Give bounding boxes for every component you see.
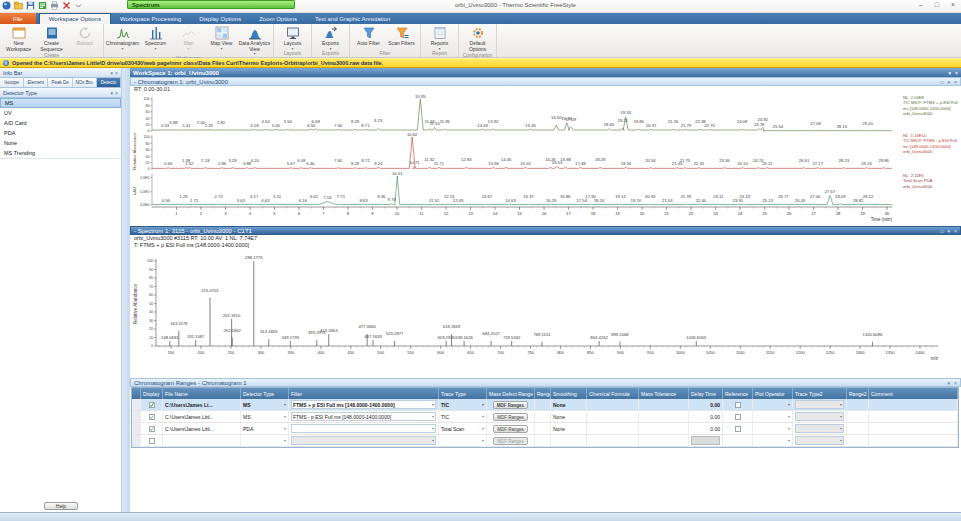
smoothing-cell[interactable]: None: [551, 399, 587, 410]
delay-time-cell[interactable]: 0.00: [689, 411, 723, 422]
help-button[interactable]: Help: [44, 502, 78, 510]
smoothing-cell[interactable]: None: [551, 411, 587, 422]
filter-cell[interactable]: FTMS - p ESI Full ms [148.0000-1400.0000…: [289, 411, 439, 422]
workspace-pin-icon[interactable]: ▾: [949, 70, 952, 76]
ribbon-tab-zoom-options[interactable]: Zoom Options: [250, 13, 306, 24]
filter-cell[interactable]: ▾: [289, 423, 439, 434]
file-name-cell[interactable]: C:\Users\James Littl...: [163, 423, 241, 434]
dropdown-arrow-icon[interactable]: ▾: [840, 402, 842, 407]
column-header-mass-defect-range[interactable]: Mass Defect Range: [487, 388, 535, 399]
column-header-chemical-formula[interactable]: Chemical Formula: [587, 388, 639, 399]
ranges-close-icon[interactable]: ×: [954, 380, 957, 386]
smoothing-cell[interactable]: None: [551, 423, 587, 434]
app-logo-icon[interactable]: [2, 1, 11, 10]
ribbon-button-chromatogram[interactable]: Chromatogram▾: [106, 25, 139, 50]
ranges-pin-icon[interactable]: ▾: [948, 380, 951, 386]
range2-cell[interactable]: [847, 435, 869, 446]
ribbon-button-scan-filters[interactable]: Scan Filters: [385, 25, 418, 47]
mdf-ranges-button[interactable]: MDF Ranges: [493, 425, 528, 433]
ribbon-button-new-workspace[interactable]: New Workspace: [2, 25, 35, 52]
chemical-formula-cell[interactable]: [587, 411, 639, 422]
column-header-delay-time[interactable]: Delay Time: [689, 388, 723, 399]
close-file-icon[interactable]: [62, 1, 71, 10]
dropdown-arrow-icon[interactable]: ▾: [482, 402, 484, 407]
open-file-icon[interactable]: [14, 1, 23, 10]
print-icon[interactable]: [50, 1, 59, 10]
ranges-cell[interactable]: [535, 423, 551, 434]
chemical-formula-cell[interactable]: [587, 435, 639, 446]
display-checkbox-cell[interactable]: ✓: [141, 399, 163, 410]
dropdown-arrow-icon[interactable]: ▾: [788, 438, 790, 443]
row-selector[interactable]: [132, 435, 141, 446]
reference-checkbox[interactable]: [735, 414, 741, 420]
column-header-smoothing[interactable]: Smoothing: [551, 388, 587, 399]
dropdown-arrow-icon[interactable]: ▾: [840, 426, 842, 431]
ribbon-button-data-analytics-view[interactable]: Data Analytics View▾: [238, 25, 271, 55]
dropdown-arrow-icon[interactable]: ▾: [432, 426, 434, 431]
sidebar-tab-peak-de[interactable]: Peak De: [48, 78, 72, 87]
ribbon-tab-workspace-processing[interactable]: Workspace Processing: [111, 13, 190, 24]
infobar-close-icon[interactable]: ×: [115, 70, 118, 76]
display-checkbox[interactable]: ✓: [149, 414, 155, 420]
dropdown-arrow-icon[interactable]: ▾: [482, 426, 484, 431]
display-checkbox[interactable]: ✓: [149, 402, 155, 408]
dropdown-arrow-icon[interactable]: ▾: [432, 438, 434, 443]
display-checkbox-cell[interactable]: ✓: [141, 423, 163, 434]
ranges-cell[interactable]: [535, 411, 551, 422]
column-header-row-selector[interactable]: [132, 388, 141, 399]
dropdown-arrow-icon[interactable]: ▾: [482, 438, 484, 443]
column-header-file-name[interactable]: File Name: [163, 388, 241, 399]
sidebar-tab-detecto[interactable]: Detecto: [97, 78, 121, 87]
dropdown-arrow-icon[interactable]: ▾: [788, 414, 790, 419]
ribbon-button-auto-filter[interactable]: Auto Filter: [352, 25, 385, 47]
range2-cell[interactable]: [847, 411, 869, 422]
minimize-button[interactable]: –: [919, 1, 923, 8]
file-name-cell[interactable]: [163, 435, 241, 446]
ribbon-tab-text-and-graphic-annotation[interactable]: Text and Graphic Annotation: [306, 13, 399, 24]
chromatogram-plot[interactable]: 0204060801000.530.881.412.002.322.824.18…: [130, 93, 902, 226]
mass-defect-range-cell[interactable]: MDF Ranges: [487, 399, 535, 410]
detector-type-cell[interactable]: PDA▾: [241, 423, 289, 434]
ribbon-tab-file[interactable]: File: [0, 13, 36, 24]
dropdown-arrow-icon[interactable]: ▾: [284, 414, 286, 419]
trace-type2-cell[interactable]: ▾: [793, 399, 847, 410]
dropdown-arrow-icon[interactable]: ▾: [432, 414, 434, 419]
trace-type2-cell[interactable]: ▾: [793, 423, 847, 434]
mass-defect-range-cell[interactable]: MDF Ranges: [487, 411, 535, 422]
detector-pin-icon[interactable]: ▾: [111, 90, 114, 96]
delay-time-cell[interactable]: [689, 435, 723, 446]
table-row-3[interactable]: ✓C:\Users\James Littl...PDA▾▾Total Scan▾…: [132, 423, 958, 435]
chemical-formula-cell[interactable]: [587, 423, 639, 434]
mdf-ranges-button[interactable]: MDF Ranges: [493, 437, 528, 445]
mass-defect-range-cell[interactable]: MDF Ranges: [487, 435, 535, 446]
column-header-trace-type2[interactable]: Trace Type2: [793, 388, 847, 399]
plot-operator-cell[interactable]: ▾: [753, 411, 793, 422]
detector-item-pda[interactable]: PDA: [0, 128, 121, 138]
detector-type-cell[interactable]: MS▾: [241, 399, 289, 410]
mass-tolerance-cell[interactable]: [639, 411, 689, 422]
ranges-cell[interactable]: [535, 435, 551, 446]
display-checkbox[interactable]: ✓: [149, 426, 155, 432]
trace-type-cell[interactable]: TIC▾: [439, 411, 487, 422]
detector-close-icon[interactable]: ×: [115, 90, 118, 96]
ribbon-button-map-view[interactable]: Map View▾: [205, 25, 238, 50]
ribbon-button-reports[interactable]: Reports▾: [423, 25, 456, 50]
export-icon[interactable]: [38, 1, 47, 10]
table-row-1[interactable]: ✓C:\Users\James Li...MS▾FTMS + p ESI Ful…: [132, 399, 958, 411]
dropdown-arrow-icon[interactable]: ▾: [788, 426, 790, 431]
reference-cell[interactable]: [723, 423, 753, 434]
trace-type2-cell[interactable]: ▾: [793, 411, 847, 422]
delay-time-cell[interactable]: 0.00: [689, 399, 723, 410]
ranges-cell[interactable]: [535, 399, 551, 410]
spectrum-pin-icon[interactable]: ▾: [948, 228, 951, 234]
filter-cell[interactable]: FTMS + p ESI Full ms [148.0000-1400.0000…: [289, 399, 439, 410]
ribbon-tab-display-options[interactable]: Display Options: [190, 13, 250, 24]
row-selector[interactable]: [132, 423, 141, 434]
plot-operator-cell[interactable]: ▾: [753, 435, 793, 446]
close-button[interactable]: ×: [951, 1, 955, 8]
column-header-ranges[interactable]: Ranges: [535, 388, 551, 399]
sidebar-tab-isotope[interactable]: Isotope: [0, 78, 24, 87]
dropdown-arrow-icon[interactable]: ▾: [482, 414, 484, 419]
reference-cell[interactable]: [723, 411, 753, 422]
chemical-formula-cell[interactable]: [587, 399, 639, 410]
